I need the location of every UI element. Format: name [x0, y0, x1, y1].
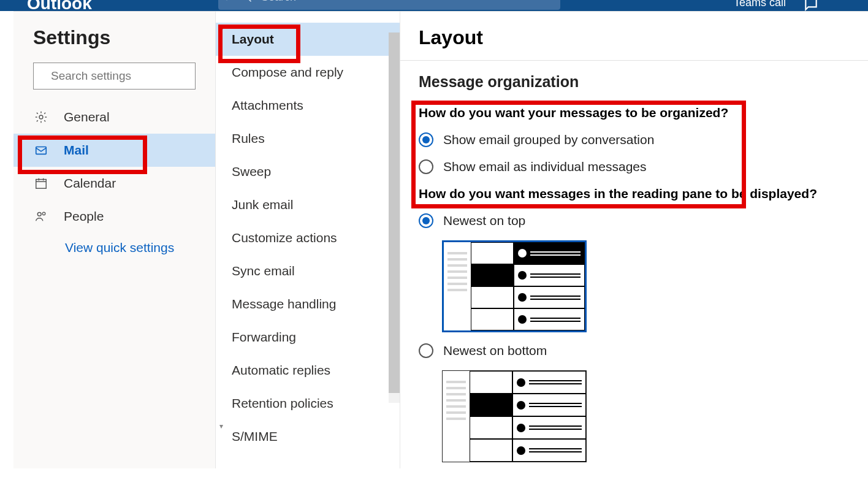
svg-point-11	[42, 212, 45, 215]
radio-label: Show email as individual messages	[443, 159, 647, 174]
radio-newest-on-bottom[interactable]: Newest on bottom	[419, 343, 850, 358]
svg-rect-6	[36, 180, 47, 189]
radio-label: Newest on bottom	[443, 343, 547, 358]
layout-preview-newest-bottom[interactable]	[442, 370, 587, 462]
search-placeholder: Search	[261, 0, 296, 4]
mail-settings-subnav: Layout Compose and reply Attachments Rul…	[216, 12, 400, 468]
layout-preview-newest-top[interactable]	[442, 240, 587, 332]
subnav-compose-reply[interactable]: Compose and reply	[216, 56, 400, 89]
subnav-smime[interactable]: S/MIME	[216, 420, 400, 453]
calendar-icon	[34, 177, 49, 190]
svg-rect-5	[36, 147, 47, 155]
svg-point-4	[39, 115, 43, 119]
category-label: People	[64, 209, 104, 224]
radio-individual-messages[interactable]: Show email as individual messages	[419, 159, 850, 174]
svg-point-10	[37, 212, 41, 216]
question-2: How do you want messages in the reading …	[419, 186, 850, 201]
people-icon	[34, 210, 49, 223]
radio-selected-icon	[419, 132, 433, 147]
question-1: How do you want your messages to be orga…	[419, 105, 850, 120]
category-label: General	[64, 110, 110, 124]
category-general[interactable]: General	[13, 101, 215, 134]
scroll-up-arrow-icon[interactable]: ▴	[216, 21, 227, 32]
search-icon	[240, 0, 253, 3]
category-people[interactable]: People	[13, 200, 215, 233]
chevron-down-icon: ▾	[224, 0, 229, 3]
subnav-layout[interactable]: Layout	[216, 23, 400, 56]
outlook-top-bar: Outlook ▾ Search Teams call	[0, 0, 868, 11]
radio-selected-icon	[419, 213, 433, 228]
radio-grouped-conversation[interactable]: Show email grouped by conversation	[419, 132, 850, 147]
radio-unselected-icon	[419, 159, 433, 174]
subnav-forwarding[interactable]: Forwarding	[216, 321, 400, 354]
settings-categories-column: Settings General Mail Calendar	[13, 12, 216, 468]
mail-subnav-list: Layout Compose and reply Attachments Rul…	[216, 23, 400, 453]
subnav-message-handling[interactable]: Message handling	[216, 288, 400, 321]
subnav-retention-policies[interactable]: Retention policies	[216, 387, 400, 420]
message-organization-section: Message organization How do you want you…	[400, 61, 868, 462]
radio-unselected-icon	[419, 343, 433, 358]
subnav-rules[interactable]: Rules	[216, 122, 400, 155]
section-heading: Message organization	[419, 73, 850, 91]
global-search[interactable]: ▾ Search	[218, 0, 560, 10]
settings-panel: Settings General Mail Calendar	[13, 11, 868, 468]
gear-icon	[34, 110, 49, 124]
svg-line-1	[248, 0, 251, 2]
category-mail[interactable]: Mail	[13, 134, 215, 167]
layout-settings-content: Layout Message organization How do you w…	[400, 12, 868, 468]
subnav-sweep[interactable]: Sweep	[216, 155, 400, 188]
subnav-junk-email[interactable]: Junk email	[216, 188, 400, 221]
view-quick-settings-link[interactable]: View quick settings	[65, 240, 215, 255]
category-label: Calendar	[64, 176, 116, 191]
search-settings-field[interactable]	[33, 63, 196, 90]
subnav-attachments[interactable]: Attachments	[216, 89, 400, 122]
radio-label: Newest on top	[443, 213, 525, 228]
search-settings-input[interactable]	[50, 69, 197, 83]
subnav-sync-email[interactable]: Sync email	[216, 254, 400, 288]
settings-title: Settings	[33, 26, 215, 49]
radio-label: Show email grouped by conversation	[443, 132, 654, 147]
radio-newest-on-top[interactable]: Newest on top	[419, 213, 850, 228]
mail-icon	[34, 143, 49, 157]
subnav-automatic-replies[interactable]: Automatic replies	[216, 354, 400, 387]
teams-call-label[interactable]: Teams call	[734, 0, 786, 9]
scrollbar-track[interactable]	[389, 32, 400, 403]
category-calendar[interactable]: Calendar	[13, 167, 215, 200]
scrollbar-thumb[interactable]	[389, 32, 400, 393]
subnav-customize-actions[interactable]: Customize actions	[216, 221, 400, 254]
scroll-down-arrow-icon[interactable]: ▾	[216, 421, 227, 432]
page-title: Layout	[419, 26, 868, 49]
category-list: General Mail Calendar People	[13, 101, 215, 233]
category-label: Mail	[64, 143, 89, 158]
